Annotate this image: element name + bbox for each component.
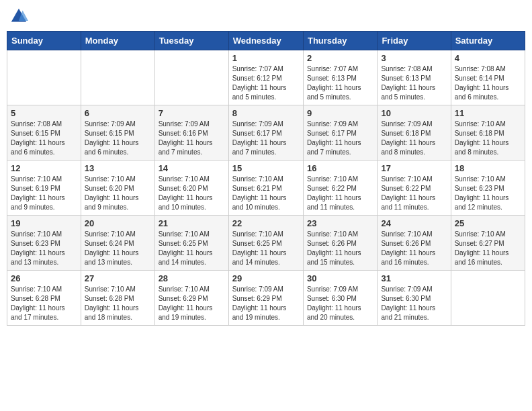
day-number: 9: [307, 108, 373, 118]
day-cell: 28Sunrise: 7:10 AM Sunset: 6:29 PM Dayli…: [154, 271, 228, 326]
weekday-header-tuesday: Tuesday: [154, 32, 228, 50]
calendar-table: SundayMondayTuesdayWednesdayThursdayFrid…: [7, 31, 525, 326]
day-number: 7: [159, 108, 225, 118]
day-cell: 20Sunrise: 7:10 AM Sunset: 6:24 PM Dayli…: [81, 216, 154, 271]
day-cell: 25Sunrise: 7:10 AM Sunset: 6:27 PM Dayli…: [451, 216, 525, 271]
logo-icon: [9, 7, 28, 26]
day-number: 10: [381, 108, 447, 118]
day-info: Sunrise: 7:10 AM Sunset: 6:26 PM Dayligh…: [307, 230, 373, 267]
day-info: Sunrise: 7:09 AM Sunset: 6:30 PM Dayligh…: [381, 285, 447, 322]
day-number: 11: [455, 108, 521, 118]
day-number: 22: [232, 218, 300, 228]
day-info: Sunrise: 7:09 AM Sunset: 6:15 PM Dayligh…: [85, 120, 151, 157]
day-info: Sunrise: 7:09 AM Sunset: 6:18 PM Dayligh…: [381, 120, 447, 157]
day-cell: 15Sunrise: 7:10 AM Sunset: 6:21 PM Dayli…: [228, 161, 303, 216]
day-cell: 13Sunrise: 7:10 AM Sunset: 6:20 PM Dayli…: [81, 161, 154, 216]
weekday-header-sunday: Sunday: [7, 32, 81, 50]
day-cell: 2Sunrise: 7:07 AM Sunset: 6:13 PM Daylig…: [303, 50, 377, 105]
day-info: Sunrise: 7:10 AM Sunset: 6:19 PM Dayligh…: [11, 175, 77, 212]
logo: [9, 7, 31, 26]
day-number: 2: [307, 53, 373, 63]
day-info: Sunrise: 7:09 AM Sunset: 6:30 PM Dayligh…: [307, 285, 373, 322]
day-info: Sunrise: 7:10 AM Sunset: 6:20 PM Dayligh…: [85, 175, 151, 212]
day-info: Sunrise: 7:07 AM Sunset: 6:12 PM Dayligh…: [232, 64, 300, 102]
day-number: 3: [381, 53, 447, 63]
day-number: 14: [159, 163, 225, 173]
day-cell: 4Sunrise: 7:08 AM Sunset: 6:14 PM Daylig…: [451, 50, 525, 105]
day-number: 15: [232, 163, 300, 173]
day-number: 1: [232, 53, 300, 63]
day-number: 26: [11, 273, 77, 283]
day-info: Sunrise: 7:10 AM Sunset: 6:25 PM Dayligh…: [159, 230, 225, 267]
day-number: 6: [85, 108, 151, 118]
day-cell: 8Sunrise: 7:09 AM Sunset: 6:17 PM Daylig…: [228, 105, 303, 161]
day-cell: 23Sunrise: 7:10 AM Sunset: 6:26 PM Dayli…: [303, 216, 377, 271]
week-row-4: 19Sunrise: 7:10 AM Sunset: 6:23 PM Dayli…: [7, 216, 525, 271]
day-number: 30: [307, 273, 373, 283]
day-cell: 5Sunrise: 7:08 AM Sunset: 6:15 PM Daylig…: [7, 105, 81, 161]
day-cell: 30Sunrise: 7:09 AM Sunset: 6:30 PM Dayli…: [303, 271, 377, 326]
day-number: 18: [455, 163, 521, 173]
day-number: 4: [455, 53, 521, 63]
day-number: 29: [232, 273, 300, 283]
day-number: 31: [381, 273, 447, 283]
day-cell: 6Sunrise: 7:09 AM Sunset: 6:15 PM Daylig…: [81, 105, 154, 161]
day-info: Sunrise: 7:08 AM Sunset: 6:15 PM Dayligh…: [11, 120, 77, 157]
day-cell: 22Sunrise: 7:10 AM Sunset: 6:25 PM Dayli…: [228, 216, 303, 271]
day-number: 24: [381, 218, 447, 228]
week-row-3: 12Sunrise: 7:10 AM Sunset: 6:19 PM Dayli…: [7, 161, 525, 216]
day-cell: 26Sunrise: 7:10 AM Sunset: 6:28 PM Dayli…: [7, 271, 81, 326]
day-info: Sunrise: 7:10 AM Sunset: 6:20 PM Dayligh…: [159, 175, 225, 212]
day-cell: 29Sunrise: 7:09 AM Sunset: 6:29 PM Dayli…: [228, 271, 303, 326]
day-info: Sunrise: 7:09 AM Sunset: 6:16 PM Dayligh…: [159, 120, 225, 157]
day-cell: 24Sunrise: 7:10 AM Sunset: 6:26 PM Dayli…: [378, 216, 451, 271]
week-row-5: 26Sunrise: 7:10 AM Sunset: 6:28 PM Dayli…: [7, 271, 525, 326]
day-cell: 14Sunrise: 7:10 AM Sunset: 6:20 PM Dayli…: [154, 161, 228, 216]
day-info: Sunrise: 7:08 AM Sunset: 6:14 PM Dayligh…: [455, 64, 521, 102]
day-info: Sunrise: 7:09 AM Sunset: 6:29 PM Dayligh…: [232, 285, 300, 322]
day-number: 25: [455, 218, 521, 228]
day-number: 27: [85, 273, 151, 283]
day-cell: [154, 50, 228, 105]
day-cell: 12Sunrise: 7:10 AM Sunset: 6:19 PM Dayli…: [7, 161, 81, 216]
page-header: [7, 7, 525, 26]
day-info: Sunrise: 7:10 AM Sunset: 6:23 PM Dayligh…: [11, 230, 77, 267]
day-info: Sunrise: 7:10 AM Sunset: 6:28 PM Dayligh…: [11, 285, 77, 322]
day-cell: 7Sunrise: 7:09 AM Sunset: 6:16 PM Daylig…: [154, 105, 228, 161]
day-number: 23: [307, 218, 373, 228]
day-cell: 31Sunrise: 7:09 AM Sunset: 6:30 PM Dayli…: [378, 271, 451, 326]
weekday-header-friday: Friday: [378, 32, 451, 50]
day-info: Sunrise: 7:10 AM Sunset: 6:18 PM Dayligh…: [455, 120, 521, 157]
day-cell: 16Sunrise: 7:10 AM Sunset: 6:22 PM Dayli…: [303, 161, 377, 216]
weekday-header-monday: Monday: [81, 32, 154, 50]
day-cell: 10Sunrise: 7:09 AM Sunset: 6:18 PM Dayli…: [378, 105, 451, 161]
day-number: 28: [159, 273, 225, 283]
day-info: Sunrise: 7:10 AM Sunset: 6:23 PM Dayligh…: [455, 175, 521, 212]
day-info: Sunrise: 7:09 AM Sunset: 6:17 PM Dayligh…: [232, 120, 300, 157]
week-row-1: 1Sunrise: 7:07 AM Sunset: 6:12 PM Daylig…: [7, 50, 525, 105]
day-info: Sunrise: 7:10 AM Sunset: 6:22 PM Dayligh…: [307, 175, 373, 212]
day-cell: [7, 50, 81, 105]
day-info: Sunrise: 7:08 AM Sunset: 6:13 PM Dayligh…: [381, 64, 447, 102]
day-info: Sunrise: 7:10 AM Sunset: 6:28 PM Dayligh…: [85, 285, 151, 322]
weekday-header-thursday: Thursday: [303, 32, 377, 50]
day-info: Sunrise: 7:10 AM Sunset: 6:26 PM Dayligh…: [381, 230, 447, 267]
day-cell: 21Sunrise: 7:10 AM Sunset: 6:25 PM Dayli…: [154, 216, 228, 271]
day-number: 17: [381, 163, 447, 173]
day-cell: 18Sunrise: 7:10 AM Sunset: 6:23 PM Dayli…: [451, 161, 525, 216]
day-info: Sunrise: 7:10 AM Sunset: 6:22 PM Dayligh…: [381, 175, 447, 212]
day-info: Sunrise: 7:09 AM Sunset: 6:17 PM Dayligh…: [307, 120, 373, 157]
day-info: Sunrise: 7:10 AM Sunset: 6:21 PM Dayligh…: [232, 175, 300, 212]
day-number: 16: [307, 163, 373, 173]
weekday-header-saturday: Saturday: [451, 32, 525, 50]
day-number: 21: [159, 218, 225, 228]
day-cell: 19Sunrise: 7:10 AM Sunset: 6:23 PM Dayli…: [7, 216, 81, 271]
day-info: Sunrise: 7:10 AM Sunset: 6:24 PM Dayligh…: [85, 230, 151, 267]
day-info: Sunrise: 7:10 AM Sunset: 6:25 PM Dayligh…: [232, 230, 300, 267]
day-cell: 11Sunrise: 7:10 AM Sunset: 6:18 PM Dayli…: [451, 105, 525, 161]
weekday-header-wednesday: Wednesday: [228, 32, 303, 50]
day-info: Sunrise: 7:10 AM Sunset: 6:27 PM Dayligh…: [455, 230, 521, 267]
day-cell: 17Sunrise: 7:10 AM Sunset: 6:22 PM Dayli…: [378, 161, 451, 216]
day-cell: 9Sunrise: 7:09 AM Sunset: 6:17 PM Daylig…: [303, 105, 377, 161]
day-cell: 3Sunrise: 7:08 AM Sunset: 6:13 PM Daylig…: [378, 50, 451, 105]
